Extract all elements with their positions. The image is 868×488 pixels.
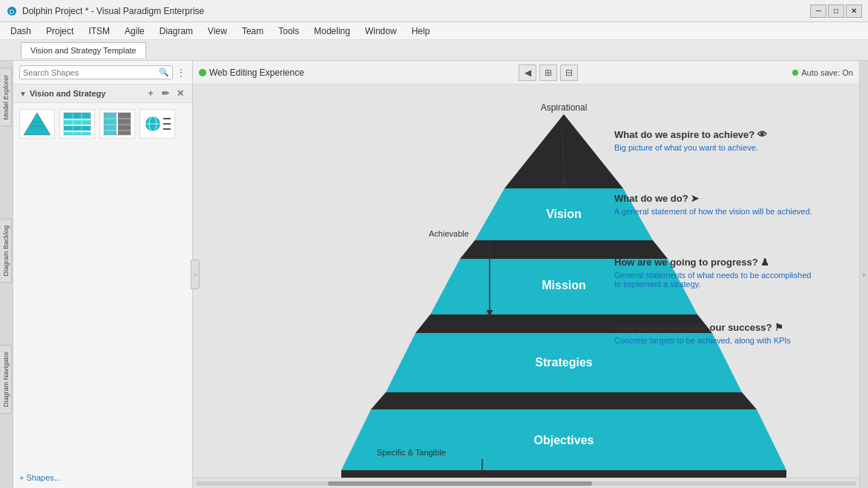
menu-project[interactable]: Project (39, 22, 81, 39)
menu-window[interactable]: Window (358, 22, 404, 39)
info-panel: What do we aspire to achieve? 👁 Big pict… (614, 129, 837, 360)
toolbar-layout-btn[interactable]: ⊟ (560, 65, 578, 81)
svg-rect-8 (64, 132, 91, 135)
app-title: Dolphin Project * - Visual Paradigm Ente… (22, 6, 810, 16)
section-label: Vision and Strategy (30, 89, 106, 98)
menu-modeling[interactable]: Modeling (306, 22, 358, 39)
strategies-label: Strategies (535, 356, 592, 369)
more-options-icon[interactable]: ⋮ (176, 67, 186, 79)
minimize-button[interactable]: ─ (810, 4, 826, 18)
menu-tools[interactable]: Tools (271, 22, 306, 39)
base-dark-band (341, 470, 786, 478)
model-explorer-tab[interactable]: Model Explorer (1, 68, 12, 127)
aspirational-label: Aspirational (541, 102, 588, 113)
scrollbar-track (196, 481, 856, 486)
shape-table[interactable] (99, 109, 135, 139)
search-input[interactable] (23, 68, 159, 77)
search-icon: 🔍 (159, 67, 169, 77)
vision-label: Vision (546, 208, 582, 220)
svg-rect-12 (104, 113, 116, 135)
menu-itsm[interactable]: ITSM (81, 22, 117, 39)
canvas-area: Web Editing Experience ◀ ⊞ ⊟ Auto save: … (193, 61, 859, 488)
tab-vision-strategy[interactable]: Vision and Strategy Template (21, 42, 146, 58)
apex-dark (504, 114, 623, 188)
connection-indicator (199, 69, 206, 76)
menu-agile[interactable]: Agile (117, 22, 152, 39)
objectives-desc: Concrete targets to be achieved, along w… (614, 336, 837, 345)
app-icon: D (6, 5, 18, 17)
search-area: 🔍 ⋮ (13, 61, 192, 84)
horizontal-scrollbar[interactable] (193, 478, 859, 488)
strategies-desc: General statements of what needs to be a… (614, 271, 837, 288)
achievable-label: Achievable (429, 229, 469, 238)
vision-desc: Big picture of what you want to achieve. (614, 143, 837, 152)
menu-help[interactable]: Help (404, 22, 438, 39)
svg-rect-5 (64, 113, 91, 119)
search-wrapper[interactable]: 🔍 (19, 65, 173, 79)
scrollbar-thumb[interactable] (328, 481, 592, 486)
vision-question: What do we aspire to achieve? 👁 (614, 129, 837, 140)
objectives-label: Objectives (534, 434, 594, 446)
info-block-mission: What do we do? ➤ A general statement of … (614, 193, 837, 216)
svg-text:D: D (10, 8, 15, 16)
toolbar-back-btn[interactable]: ◀ (519, 65, 536, 81)
window-controls: ─ □ ✕ (810, 4, 862, 18)
toolbar-grid-btn[interactable]: ⊞ (539, 65, 557, 81)
strategies-dark-band (371, 392, 757, 409)
collapse-sidebar-handle[interactable]: › (191, 260, 200, 289)
info-block-objectives: How do we measure our success? ⚑ Concret… (614, 322, 837, 345)
autosave-dot (792, 70, 798, 76)
main-layout: Model Explorer Diagram Backlog Diagram N… (0, 61, 868, 488)
left-panel-tabs: Model Explorer Diagram Backlog Diagram N… (0, 61, 13, 488)
canvas[interactable]: Vision Mission Strategies Objectives Asp… (193, 85, 859, 478)
diagram-backlog-tab[interactable]: Diagram Backlog (1, 219, 12, 283)
section-header: ▼ Vision and Strategy + ✏ ✕ (13, 84, 192, 103)
mission-question: What do we do? ➤ (614, 193, 837, 204)
svg-marker-2 (24, 113, 50, 135)
mission-desc: A general statement of how the vision wi… (614, 207, 837, 216)
menu-bar: Dash Project ITSM Agile Diagram View Tea… (0, 22, 868, 40)
shape-grid[interactable] (59, 109, 95, 139)
menu-dash[interactable]: Dash (3, 22, 39, 39)
strategies-question: How are we going to progress? ♟ (614, 257, 837, 268)
info-block-vision: What do we aspire to achieve? 👁 Big pict… (614, 129, 837, 152)
shape-globe-list[interactable] (139, 109, 175, 139)
close-section-btn[interactable]: ✕ (174, 88, 186, 99)
autosave-indicator: Auto save: On (792, 68, 853, 77)
sidebar: 🔍 ⋮ ▼ Vision and Strategy + ✏ ✕ (13, 61, 193, 488)
canvas-tab-label: Web Editing Experience (209, 67, 304, 78)
menu-diagram[interactable]: Diagram (152, 22, 200, 39)
objectives-question: How do we measure our success? ⚑ (614, 322, 837, 333)
shapes-grid (13, 103, 192, 145)
section-toggle[interactable]: ▼ (19, 90, 27, 98)
specific-tangible-label: Specific & Tangible (377, 448, 446, 457)
autosave-label: Auto save: On (801, 68, 853, 77)
close-button[interactable]: ✕ (846, 4, 862, 18)
menu-team[interactable]: Team (234, 22, 271, 39)
menu-view[interactable]: View (200, 22, 234, 39)
title-bar: D Dolphin Project * - Visual Paradigm En… (0, 0, 868, 22)
svg-rect-13 (118, 113, 131, 135)
svg-rect-7 (64, 126, 91, 131)
diagram-navigator-tab[interactable]: Diagram Navigator (1, 345, 12, 414)
svg-rect-6 (64, 120, 91, 125)
add-section-btn[interactable]: + (145, 88, 157, 99)
shape-pyramid[interactable] (19, 109, 55, 139)
edit-section-btn[interactable]: ✏ (160, 88, 171, 99)
section-actions: + ✏ ✕ (145, 88, 186, 99)
right-panel-collapse[interactable]: › (859, 61, 868, 488)
add-shapes-button[interactable]: + Shapes... (19, 473, 61, 482)
mission-label: Mission (542, 279, 586, 291)
info-block-strategies: How are we going to progress? ♟ General … (614, 257, 837, 288)
tab-bar: Vision and Strategy Template (0, 40, 868, 61)
canvas-toolbar: Web Editing Experience ◀ ⊞ ⊟ Auto save: … (193, 61, 859, 85)
maximize-button[interactable]: □ (828, 4, 844, 18)
